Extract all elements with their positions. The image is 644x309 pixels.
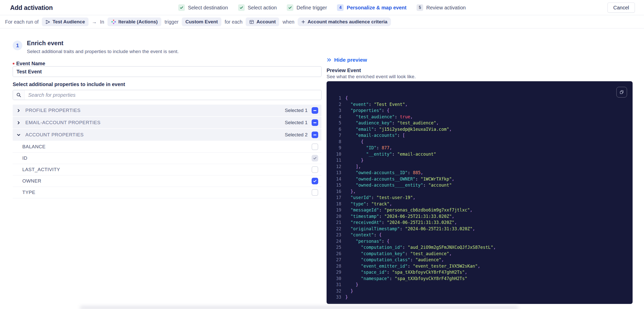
line-number: 18 [327,201,341,207]
group-checkbox-indeterminate[interactable] [312,132,318,138]
minus-icon [313,110,316,111]
for-each-text: for each [225,19,242,25]
line-number: 17 [327,194,341,201]
property-checkbox-unchecked[interactable] [312,189,318,196]
copy-icon [619,90,624,95]
property-checkbox-checked[interactable] [312,178,318,184]
entity-chip-label: Account [256,19,276,25]
line-number: 20 [327,213,341,220]
code-line: 10 "__entity": "email-account" [327,151,633,157]
iterable-logo-icon [111,19,116,24]
code-line: 32 } [327,288,633,294]
selected-count: Selected 1 [285,120,308,125]
chevron-down-icon [17,133,21,137]
property-label: ID [22,155,27,161]
code-line: 3 "properties": { [327,107,633,114]
in-text: In [100,19,104,25]
property-search-input[interactable] [25,90,321,100]
line-number: 29 [327,269,341,275]
code-line: 13 "owned-accounts__ID": 885, [327,170,633,176]
line-number: 10 [327,151,341,157]
code-line: 15 "owned-accounts____entity": "account" [327,182,633,188]
properties-accordion: PROFILE PROPERTIESSelected 1EMAIL-ACCOUN… [13,105,321,198]
line-number: 31 [327,282,341,288]
event-preview-code-panel: 1{2 "event": "Test Event",3 "properties"… [327,81,633,304]
step-item[interactable]: Select destination [178,4,228,11]
property-checkbox-unchecked[interactable] [312,166,318,173]
property-row[interactable]: OWNER [13,175,321,187]
code-line: 29 "space_id": "spa_tXXbfoyvCkY8rF47ghH2… [327,269,633,275]
property-label: TYPE [22,190,35,195]
group-checkbox-indeterminate[interactable] [312,107,318,114]
cancel-button[interactable]: Cancel [607,3,635,13]
line-number: 30 [327,275,341,282]
audience-chip-label: Test Audience [52,19,85,25]
line-number: 9 [327,145,341,151]
property-row[interactable]: LAST_ACTIVITY [13,164,321,175]
code-line: 2 "event": "Test Event", [327,101,633,108]
property-group-header[interactable]: PROFILE PROPERTIESSelected 1 [13,105,321,116]
step-item[interactable]: Select action [238,4,277,11]
code-line: 12 ], [327,164,633,170]
line-number: 13 [327,170,341,176]
step-item[interactable]: 4Personalize & map event [337,4,407,11]
selected-count: Selected 2 [285,132,308,138]
code-line: 14 "owned-accounts__OWNER": "1WCWrTXfkp"… [327,176,633,182]
line-number: 32 [327,288,341,294]
audience-chip[interactable]: Test Audience [42,18,88,26]
destination-chip[interactable]: Iterable (Actions) [108,18,161,26]
hide-preview-link[interactable]: Hide preview [327,57,367,63]
step-number: 5 [417,4,423,11]
line-number: 6 [327,126,341,133]
property-row[interactable]: TYPE [13,187,321,198]
line-number: 8 [327,139,341,145]
property-row[interactable]: BALANCE [13,141,321,153]
line-number: 5 [327,120,341,126]
property-label: LAST_ACTIVITY [22,167,60,172]
condition-chip[interactable]: Account matches audience criteria [298,18,391,26]
line-number: 3 [327,107,341,114]
page-title: Add activation [10,4,53,11]
preview-title: Preview Event [327,68,361,73]
hide-preview-label: Hide preview [334,57,367,63]
step-item[interactable]: 5Review activation [417,4,466,11]
group-label: ACCOUNT PROPERTIES [25,132,84,138]
entity-chip[interactable]: Account [246,18,279,26]
condition-chip-label: Account matches audience criteria [308,19,387,25]
group-checkbox-indeterminate[interactable] [312,119,318,126]
property-search-box [13,90,321,100]
property-group-header[interactable]: ACCOUNT PROPERTIESSelected 2 [13,129,321,141]
step-item[interactable]: Define trigger [287,4,327,11]
trigger-summary-bar: For each run of Test Audience → In Itera… [0,15,644,28]
minus-icon [313,122,316,123]
property-row[interactable]: ID [13,153,321,164]
code-line: 30 "namespace": "spa_tXXbfoyvCkY8rF47ghH… [327,275,633,282]
line-number: 1 [327,95,341,101]
step-label: Personalize & map event [347,5,407,11]
arrow-right-icon: → [92,19,97,25]
property-group-header[interactable]: EMAIL-ACCOUNT PROPERTIESSelected 1 [13,117,321,128]
footer-shadow [80,306,518,309]
trigger-text: trigger [165,19,178,25]
group-label: PROFILE PROPERTIES [25,108,81,113]
code-line: 21 "receivedAt": "2024-06-25T21:31:33.02… [327,219,633,226]
preview-subtitle: See what the enriched event will look li… [327,74,416,79]
trigger-prefix-text: For each run of [5,19,39,25]
event-name-input[interactable] [13,66,321,77]
event-name-label: Event Name [13,61,45,67]
event-chip[interactable]: Custom Event [182,18,221,26]
line-number: 16 [327,188,341,195]
step-label: Define trigger [297,5,327,11]
line-number: 22 [327,226,341,232]
section-subtitle: Select additional traits and properties … [27,49,179,54]
code-line: 23 "context": { [327,232,633,238]
code-line: 17 "userId": "test-user-19", [327,194,633,201]
line-number: 19 [327,207,341,213]
step-label: Select destination [188,5,228,11]
property-checkbox-unchecked[interactable] [312,143,318,150]
line-number: 21 [327,219,341,226]
plus-icon [301,20,305,24]
step-label: Select action [248,5,277,11]
code-line: 9 "ID": 877, [327,145,633,151]
code-line: 19 "messageId": "personas_cb6zdbo6im9g7x… [327,207,633,213]
